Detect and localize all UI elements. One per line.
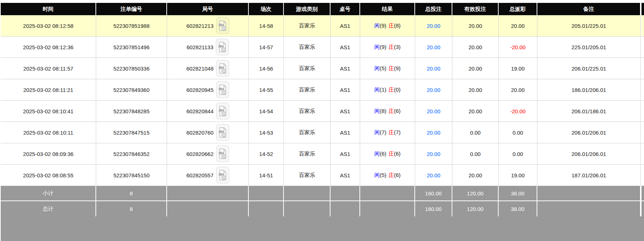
banker-result-label: 庄 bbox=[389, 86, 394, 93]
time-cell: 2025-03-02 08:10:11 bbox=[1, 122, 96, 143]
total-bet-cell: 20.00 bbox=[415, 165, 452, 186]
total-payout-cell: 20.00 bbox=[499, 79, 537, 101]
time-cell: 2025-03-02 08:09:36 bbox=[1, 143, 96, 165]
subtotal-total-bet: 160.00 bbox=[415, 186, 452, 201]
remark-cell: 205.01/225.01 bbox=[537, 15, 641, 37]
col-header-remark: 备注 bbox=[537, 3, 641, 15]
bet-number-cell: 522307848285 bbox=[96, 101, 167, 122]
video-file-icon bbox=[218, 42, 227, 52]
video-replay-button[interactable] bbox=[216, 167, 229, 183]
player-result-score: (8) bbox=[380, 108, 386, 114]
grand-total-count: 8 bbox=[96, 201, 167, 216]
total-bet-link[interactable]: 20.00 bbox=[427, 130, 440, 136]
total-payout-cell: 19.00 bbox=[499, 165, 537, 186]
round-number-cell: 602821133 bbox=[167, 37, 249, 58]
remark-cell: 186.01/206.01 bbox=[537, 79, 641, 101]
total-payout-cell: 19.00 bbox=[499, 58, 537, 79]
player-result-score: (5) bbox=[380, 172, 386, 178]
total-bet-link[interactable]: 20.00 bbox=[427, 108, 440, 114]
cutoff-cell bbox=[641, 143, 644, 165]
valid-bet-cell: 20.00 bbox=[452, 15, 499, 37]
video-file-icon bbox=[218, 170, 227, 181]
bet-history-table-wrap: 时间 注单编号 局号 场次 游戏类别 桌号 结果 总投注 有效投注 总派彩 备注… bbox=[0, 0, 644, 241]
bet-number-cell: 522307851496 bbox=[96, 37, 167, 58]
total-payout-cell: 20.00 bbox=[499, 15, 537, 37]
result-cell: 闲(5)庄(6) bbox=[360, 165, 415, 186]
table-row: 2025-03-02 08:12:36 522307851496 6028211… bbox=[1, 37, 644, 58]
session-cell: 14-57 bbox=[249, 37, 284, 58]
grand-total-label: 总计 bbox=[1, 201, 96, 216]
table-number-cell: AS1 bbox=[330, 15, 360, 37]
video-replay-button[interactable] bbox=[216, 60, 229, 77]
video-replay-button[interactable] bbox=[216, 103, 229, 119]
player-result-label: 闲 bbox=[374, 86, 380, 93]
video-replay-button[interactable] bbox=[216, 17, 229, 34]
banker-result-label: 庄 bbox=[389, 22, 394, 29]
banker-result-label: 庄 bbox=[389, 65, 394, 71]
remark-cell: 206.01/225.01 bbox=[537, 58, 641, 79]
banker-result-score: (9) bbox=[394, 65, 401, 71]
table-header: 时间 注单编号 局号 场次 游戏类别 桌号 结果 总投注 有效投注 总派彩 备注 bbox=[1, 3, 644, 15]
player-result-label: 闲 bbox=[374, 172, 380, 178]
banker-result-score: (0) bbox=[394, 86, 401, 93]
video-file-icon bbox=[218, 63, 227, 74]
total-bet-link[interactable]: 20.00 bbox=[427, 65, 440, 72]
table-number-cell: AS1 bbox=[330, 122, 360, 143]
result-cell: 闲(1)庄(0) bbox=[360, 79, 415, 101]
col-header-game-type: 游戏类别 bbox=[284, 3, 330, 15]
total-payout-cell: -20.00 bbox=[499, 37, 537, 58]
banker-result-label: 庄 bbox=[389, 44, 394, 50]
round-number-cell: 602820945 bbox=[167, 79, 249, 101]
bet-number-cell: 522307845150 bbox=[96, 165, 167, 186]
total-bet-link[interactable]: 20.00 bbox=[427, 151, 440, 157]
game-type-cell: 百家乐 bbox=[284, 143, 330, 165]
result-cell: 闲(5)庄(9) bbox=[360, 58, 415, 79]
total-bet-link[interactable]: 20.00 bbox=[427, 23, 440, 29]
player-result-score: (5) bbox=[380, 65, 386, 71]
player-result-score: (9) bbox=[380, 44, 386, 50]
col-header-round-number: 局号 bbox=[167, 3, 249, 15]
cutoff-column-header bbox=[641, 3, 644, 15]
remark-cell: 206.01/206.01 bbox=[537, 143, 641, 165]
total-bet-link[interactable]: 20.00 bbox=[427, 44, 440, 50]
round-number: 602820760 bbox=[186, 130, 213, 136]
col-header-valid-bet: 有效投注 bbox=[452, 3, 499, 15]
video-file-icon bbox=[218, 106, 227, 117]
banker-result-score: (7) bbox=[394, 129, 401, 135]
video-file-icon bbox=[218, 127, 227, 138]
table-row: 2025-03-02 08:11:21 522307849360 6028209… bbox=[1, 79, 644, 101]
bet-number-cell: 522307846352 bbox=[96, 143, 167, 165]
cutoff-cell bbox=[641, 58, 644, 79]
video-replay-button[interactable] bbox=[216, 39, 229, 55]
grand-total-total-payout: 38.00 bbox=[499, 201, 537, 216]
round-number: 602821213 bbox=[186, 23, 213, 29]
game-type-cell: 百家乐 bbox=[284, 122, 330, 143]
player-result-label: 闲 bbox=[374, 22, 380, 29]
game-type-cell: 百家乐 bbox=[284, 58, 330, 79]
grand-total-total-bet: 160.00 bbox=[415, 201, 452, 216]
valid-bet-cell: 20.00 bbox=[452, 165, 499, 186]
total-bet-cell: 20.00 bbox=[415, 79, 452, 101]
cutoff-cell bbox=[641, 101, 644, 122]
round-number-cell: 602821048 bbox=[167, 58, 249, 79]
table-number-cell: AS1 bbox=[330, 101, 360, 122]
total-bet-link[interactable]: 20.00 bbox=[427, 172, 440, 178]
total-bet-cell: 20.00 bbox=[415, 122, 452, 143]
video-replay-button[interactable] bbox=[216, 145, 229, 162]
col-header-table-number: 桌号 bbox=[330, 3, 360, 15]
time-cell: 2025-03-02 08:11:21 bbox=[1, 79, 96, 101]
table-row: 2025-03-02 08:09:36 522307846352 6028206… bbox=[1, 143, 644, 165]
total-bet-link[interactable]: 20.00 bbox=[427, 87, 440, 93]
game-type-cell: 百家乐 bbox=[284, 101, 330, 122]
video-replay-button[interactable] bbox=[216, 81, 229, 98]
session-cell: 14-56 bbox=[249, 58, 284, 79]
time-cell: 2025-03-02 08:11:57 bbox=[1, 58, 96, 79]
table-number-cell: AS1 bbox=[330, 143, 360, 165]
bet-number-cell: 522307847515 bbox=[96, 122, 167, 143]
grand-total-valid-bet: 120.00 bbox=[452, 201, 499, 216]
col-header-total-payout: 总派彩 bbox=[499, 3, 537, 15]
round-number-cell: 602820760 bbox=[167, 122, 249, 143]
time-cell: 2025-03-02 08:12:36 bbox=[1, 37, 96, 58]
table-number-cell: AS1 bbox=[330, 58, 360, 79]
video-replay-button[interactable] bbox=[216, 124, 229, 141]
